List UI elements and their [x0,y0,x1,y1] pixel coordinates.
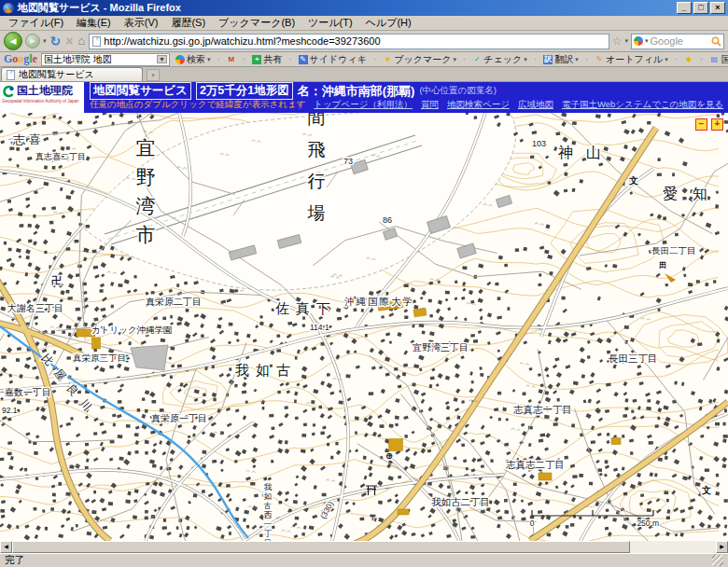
status-text: 完了 [5,554,24,567]
svg-text:佐真下: 佐真下 [275,300,337,316]
tab-map-service[interactable]: 地図閲覧サービス [1,67,143,81]
menu-edit[interactable]: 編集(E) [70,16,118,30]
scroll-left-arrow[interactable]: ◀ [0,541,12,553]
link-denshi-kokudo[interactable]: 電子国土Webシステムでこの地図を見る [562,99,723,111]
translate-icon: 訳 [543,55,553,64]
gsi-logo-icon [2,85,15,98]
sidewiki-icon: ✎ [299,55,308,64]
svg-text:卍: 卍 [51,275,62,285]
map-canvas[interactable]: 卍文文文〒⊕田志喜真志喜二丁目宜野湾市間飛行場7386103神山愛知佐真下沖縄国… [0,113,728,541]
toolbar-search-value[interactable]: 国土地理院 地図 [44,53,112,66]
svg-text:真栄原二丁目: 真栄原二丁目 [146,297,202,307]
scrollbar-track[interactable] [630,541,716,553]
wand-icon: ◆ [684,55,693,64]
bookmark-dropdown-icon[interactable]: ▾ [624,37,628,45]
map-zoom-in-button[interactable]: + [711,118,723,131]
sheet-name: 名：沖縄市南部(那覇) [298,83,415,100]
svg-text:真栄原一丁目: 真栄原一丁目 [151,413,207,423]
svg-text:古: 古 [263,501,273,510]
svg-text:長田三丁目: 長田三丁目 [609,353,658,364]
svg-text:86: 86 [383,215,392,225]
svg-text:湾: 湾 [136,195,156,216]
tab-bar: 地図閲覧サービス ▾ [0,67,728,82]
gsi-logo-box[interactable]: 国土地理院 Geospatial Information Authority o… [0,82,84,113]
navigation-toolbar: ◀ ▶ ▾ ↻ × ⌂ http://watchizu.gsi.go.jp/wa… [0,31,728,52]
link-wide-area-map[interactable]: 広域地図 [518,99,553,111]
svg-text:愛知: 愛知 [663,186,722,201]
search-engine-dropdown-icon[interactable]: ▾ [645,37,649,45]
firefox-icon [3,3,14,14]
minimize-button[interactable]: _ [677,2,692,14]
scroll-right-arrow[interactable]: ▶ [716,541,728,553]
gbar-button-オートフィル[interactable]: ✎オートフィル▾ [593,53,670,66]
gbar-button-検索[interactable]: 検索▾ [174,53,213,66]
sheet-name-note: (中心位置の図葉名) [419,85,497,97]
gmail-icon: M [227,55,236,64]
svg-text:志真志一丁目: 志真志一丁目 [513,404,572,415]
resize-grip[interactable] [712,555,723,566]
page-icon: ▤ [709,55,719,64]
svg-text:行: 行 [308,172,326,191]
history-dropdown-icon[interactable]: ▾ [43,37,47,45]
menu-view[interactable]: 表示(V) [118,16,165,30]
gbar-button-翻訳[interactable]: 訳翻訳▾ [541,53,581,66]
svg-text:0: 0 [530,519,535,528]
svg-text:間: 間 [308,113,326,128]
toolbar-search-dropdown-icon[interactable]: ▼ [157,55,167,63]
gbar-button-共有[interactable]: +共有 [250,53,284,66]
forward-button[interactable]: ▶ [25,34,40,48]
svg-text:西: 西 [264,510,273,519]
svg-text:目: 目 [264,538,273,541]
back-button[interactable]: ◀ [4,32,22,50]
svg-text:嘉数一丁目: 嘉数一丁目 [5,387,51,397]
link-map-search[interactable]: 地図検索ページ [447,99,510,111]
svg-text:志喜: 志喜 [12,132,45,146]
gbar-button-gmail[interactable]: M [225,55,238,64]
search-engine-icon[interactable] [634,36,643,46]
reload-button[interactable]: ↻ [49,32,63,50]
svg-text:我如古二丁目: 我如古二丁目 [431,496,490,507]
url-bar[interactable]: http://watchizu.gsi.go.jp/watchizu.html?… [89,34,609,49]
tab-label: 地図閲覧サービス [19,68,94,81]
map-zoom-out-button[interactable]: − [695,118,707,131]
tab-favicon [7,70,15,80]
link-top-page[interactable]: トップページ（利用法） [314,99,413,111]
svg-text:250 m: 250 m [637,519,659,528]
svg-text:宜野湾三丁目: 宜野湾三丁目 [413,342,469,353]
home-button[interactable]: ⌂ [77,32,86,50]
window-controls: _ □ × [677,2,725,14]
menu-bookmarks[interactable]: ブックマーク(B) [212,16,301,30]
gbar-button-国土地理院[interactable]: ▤国土地理院 [707,53,728,66]
google-logo: Google [4,52,37,66]
search-placeholder[interactable]: Google [651,35,709,47]
gbar-button-ブックマーク[interactable]: ★ブックマーク▾ [381,53,458,66]
menu-help[interactable]: ヘルプ(H) [359,16,418,30]
svg-text:一: 一 [264,519,273,529]
gsi-logo-title: 国土地理院 [17,83,73,99]
svg-text:沖縄国際大学: 沖縄国際大学 [344,296,414,307]
toolbar-search-input[interactable]: 国土地理院 地図 ▼ [41,53,170,66]
tab-list-dropdown[interactable]: ▾ [147,69,160,81]
gbar-button-チェック[interactable]: ✓チェック▾ [470,53,528,66]
google-toolbar: Google 国土地理院 地図 ▼ 検索▾·M·+共有·✎サイドウィキ·★ブック… [0,52,728,67]
link-questions[interactable]: 質問 [421,99,439,111]
magnifier-icon[interactable] [711,36,721,47]
header-banner: 地図閲覧サービス 2万5千分1地形図 名：沖縄市南部(那覇) (中心位置の図葉名… [84,82,728,113]
site-favicon [92,36,101,47]
menu-file[interactable]: ファイル(F) [2,16,70,30]
scrollbar-thumb[interactable] [12,541,630,553]
menu-history[interactable]: 履歴(S) [164,16,212,30]
svg-text:長田二丁目: 長田二丁目 [651,245,696,256]
page-header: 国土地理院 Geospatial Information Authority o… [0,82,728,113]
maximize-button[interactable]: □ [693,2,708,14]
svg-text:真志喜二丁目: 真志喜二丁目 [35,152,86,161]
stop-button[interactable]: × [64,32,74,50]
topographic-map[interactable]: 卍文文文〒⊕田志喜真志喜二丁目宜野湾市間飛行場7386103神山愛知佐真下沖縄国… [0,113,728,541]
search-box[interactable]: ▾ Google [631,34,724,49]
menu-tools[interactable]: ツール(T) [301,16,359,30]
close-button[interactable]: × [710,2,725,14]
gbar-button-wand[interactable]: ◆ [682,55,695,64]
bookmark-star-icon[interactable]: ☆ [612,34,623,49]
gbar-button-サイドウィキ[interactable]: ✎サイドウィキ [297,53,369,66]
url-text[interactable]: http://watchizu.gsi.go.jp/watchizu.html?… [104,35,380,47]
